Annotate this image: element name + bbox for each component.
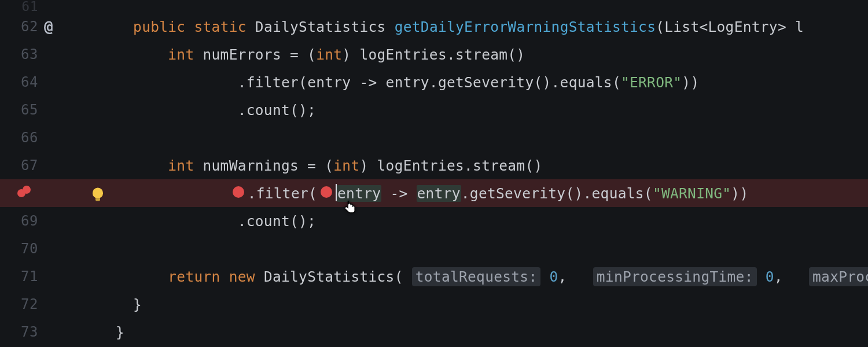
type: DailyStatistics xyxy=(255,19,386,35)
code-line[interactable]: 71 return new DailyStatistics( totalRequ… xyxy=(0,263,868,290)
gutter: 71 xyxy=(0,263,116,290)
gutter: 61 xyxy=(0,0,116,13)
inline-breakpoint-icon[interactable] xyxy=(321,186,332,198)
line-number: 66 xyxy=(0,130,38,146)
code-line[interactable]: 67 int numWarnings = (int) logEntries.st… xyxy=(0,152,868,179)
code-content[interactable]: } xyxy=(116,290,868,318)
gutter: 66 xyxy=(0,124,116,152)
code-content[interactable]: public static DailyStatistics getDailyEr… xyxy=(116,13,868,40)
line-number: 70 xyxy=(0,241,38,257)
identifier: entry xyxy=(386,74,429,91)
parameter-hint: minProcessingTime: xyxy=(593,267,757,286)
code-text: -> xyxy=(381,185,416,202)
intention-bulb-icon[interactable] xyxy=(93,185,103,202)
keyword: return xyxy=(168,268,220,285)
string-literal: "WARNING" xyxy=(653,185,731,202)
hint-label: totalRequests: xyxy=(415,268,538,285)
parameter-hint: totalRequests: xyxy=(412,267,541,286)
code-text: , xyxy=(558,268,567,285)
hint-label: minProcessingTime: xyxy=(597,268,753,285)
code-text: ) logEntries.stream() xyxy=(342,46,525,63)
gutter: 70 xyxy=(0,235,116,263)
line-number: 63 xyxy=(0,46,38,62)
line-number: 69 xyxy=(0,213,38,229)
hint-label: maxProcessin xyxy=(812,268,868,285)
code-text: .getSeverity().equals( xyxy=(429,74,621,91)
code-content[interactable]: .filter(entry -> entry.getSeverity().equ… xyxy=(116,68,868,96)
code-text: )) xyxy=(731,185,748,202)
code-text: .filter( xyxy=(238,74,307,91)
gutter: 62 @ xyxy=(0,13,116,40)
keyword: public xyxy=(133,19,185,35)
gutter: 65 xyxy=(0,96,116,124)
gutter: 73 xyxy=(0,318,116,346)
code-text: numWarnings = ( xyxy=(194,157,333,174)
code-line[interactable]: 65 .count(); xyxy=(0,96,868,124)
number-literal: 0 xyxy=(766,268,774,285)
keyword: new xyxy=(229,268,255,285)
keyword: int xyxy=(316,46,342,63)
code-line[interactable]: 70 xyxy=(0,235,868,263)
code-content[interactable] xyxy=(116,235,868,263)
code-content[interactable]: .count(); xyxy=(116,207,868,235)
code-content[interactable]: int numWarnings = (int) logEntries.strea… xyxy=(116,152,868,179)
gutter: 67 xyxy=(0,152,116,179)
code-line[interactable]: 69 .count(); xyxy=(0,207,868,235)
code-line-current[interactable]: .filter(entry -> entry.getSeverity().equ… xyxy=(0,179,868,207)
code-content[interactable]: int numErrors = (int) logEntries.stream(… xyxy=(116,40,868,68)
gutter: 63 xyxy=(0,40,116,68)
gutter: 69 xyxy=(0,207,116,235)
code-line[interactable]: 63 int numErrors = (int) logEntries.stre… xyxy=(0,40,868,68)
gutter[interactable] xyxy=(0,179,116,207)
code-content[interactable] xyxy=(116,124,868,152)
identifier: entry xyxy=(307,74,351,91)
gutter: 64 xyxy=(0,68,116,96)
string-literal: "ERROR" xyxy=(621,74,682,91)
punct: (List<LogEntry> l xyxy=(656,19,804,35)
breakpoint-icon[interactable] xyxy=(23,186,31,194)
code-line[interactable]: 64 .filter(entry -> entry.getSeverity().… xyxy=(0,68,868,96)
keyword: int xyxy=(168,157,194,174)
override-marker-icon[interactable]: @ xyxy=(44,18,53,35)
keyword: int xyxy=(333,157,359,174)
line-number: 73 xyxy=(0,324,38,340)
code-content[interactable]: return new DailyStatistics( totalRequest… xyxy=(116,263,868,290)
code-text: -> xyxy=(351,74,385,91)
line-number: 61 xyxy=(0,0,38,14)
identifier: entry xyxy=(417,185,461,202)
method-name: getDailyErrorWarningStatistics xyxy=(395,19,656,35)
keyword: int xyxy=(168,46,194,63)
code-text: DailyStatistics( xyxy=(255,268,412,285)
identifier: entry xyxy=(337,185,381,202)
inline-breakpoint-icon[interactable] xyxy=(233,186,244,198)
code-line[interactable]: 66 xyxy=(0,124,868,152)
code-content[interactable]: .filter(entry -> entry.getSeverity().equ… xyxy=(116,179,868,207)
code-line[interactable]: 61 xyxy=(0,0,868,13)
code-editor[interactable]: 61 62 @ public static DailyStatistics ge… xyxy=(0,0,868,347)
code-text: } xyxy=(133,296,142,313)
line-number: 71 xyxy=(0,268,38,285)
code-text: )) xyxy=(682,74,699,91)
code-content[interactable] xyxy=(116,0,868,13)
code-text: .filter( xyxy=(248,185,317,202)
line-number: 67 xyxy=(0,157,38,174)
line-number: 62 xyxy=(0,19,38,35)
code-text: .count(); xyxy=(238,213,316,230)
breakpoint-group-icon[interactable] xyxy=(17,186,32,201)
code-line[interactable]: 62 @ public static DailyStatistics getDa… xyxy=(0,13,868,40)
code-line[interactable]: 73 } xyxy=(0,318,868,346)
code-text: numErrors = ( xyxy=(194,46,316,63)
code-text: ) logEntries.stream() xyxy=(359,157,542,174)
code-text: , xyxy=(774,268,783,285)
code-text: .getSeverity().equals( xyxy=(461,185,653,202)
parameter-hint: maxProcessin xyxy=(809,267,868,286)
line-number: 65 xyxy=(0,102,38,118)
code-text: .count(); xyxy=(238,102,316,119)
keyword: static xyxy=(194,19,246,35)
code-text: } xyxy=(116,324,124,341)
code-content[interactable]: .count(); xyxy=(116,96,868,124)
gutter: 72 xyxy=(0,290,116,318)
line-number: 72 xyxy=(0,296,38,312)
code-content[interactable]: } xyxy=(116,318,868,346)
code-line[interactable]: 72 } xyxy=(0,290,868,318)
